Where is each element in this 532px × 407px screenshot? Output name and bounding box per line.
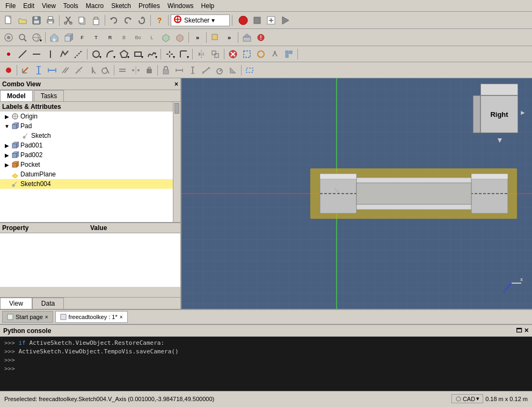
view-iso-button[interactable]	[159, 31, 172, 44]
view-3d-button[interactable]	[62, 31, 75, 44]
sketch-external-button[interactable]	[254, 48, 267, 61]
const-symmetric-button[interactable]	[129, 64, 142, 77]
sketch-poly-button[interactable]: ▾	[118, 48, 130, 61]
sketch-rect-button[interactable]: ▾	[132, 48, 144, 61]
view-iso2-button[interactable]	[173, 31, 186, 44]
workbench-dropdown[interactable]: Sketcher ▾	[171, 14, 230, 26]
const-vertical-button[interactable]	[32, 64, 45, 77]
edit-record-button[interactable]	[265, 14, 278, 27]
sketch-dline-button[interactable]	[72, 48, 85, 61]
sketch-create-button[interactable]	[282, 48, 295, 61]
const-equal-button[interactable]	[116, 64, 129, 77]
tab-data[interactable]: Data	[32, 298, 64, 309]
draw-style-button[interactable]	[209, 31, 222, 44]
sketch-fillet-button[interactable]: ▾	[177, 48, 190, 61]
sketch-mirror-button[interactable]	[195, 48, 208, 61]
tab-start-page-close[interactable]: ×	[45, 314, 48, 320]
view-right-button[interactable]: R	[104, 31, 116, 44]
list-item[interactable]: ▶ Sketch004	[0, 179, 180, 189]
tab-view[interactable]: View	[0, 298, 32, 309]
menu-file[interactable]: File	[2, 1, 19, 11]
sketch-hline-button[interactable]	[30, 48, 43, 61]
menu-edit[interactable]: Edit	[20, 1, 38, 11]
constrain-mode-button[interactable]	[2, 64, 15, 77]
list-item[interactable]: ▶ Pocket	[0, 160, 180, 169]
scrollbar-thumb[interactable]	[174, 103, 179, 114]
canvas-area[interactable]: ▲ Right ◄ ► ▼ z x	[181, 78, 532, 309]
tab-freecadtoolkey-close[interactable]: ×	[120, 314, 123, 320]
menu-tools[interactable]: Tools	[60, 1, 82, 11]
const-vert-dist-button[interactable]	[186, 64, 199, 77]
console-maximize-icon[interactable]: 🗖	[516, 327, 522, 334]
redo-button[interactable]	[121, 14, 134, 27]
save-file-button[interactable]	[30, 14, 43, 27]
cad-button[interactable]: CAD ▾	[451, 394, 483, 403]
list-item[interactable]: ▶ Sketch	[0, 131, 180, 140]
nav-cube-left-face[interactable]	[473, 95, 480, 133]
list-item[interactable]: ▶ Pad001	[0, 140, 180, 150]
sketch-delete-button[interactable]	[227, 48, 239, 61]
sketch-circle-button[interactable]: ▾	[90, 48, 103, 61]
view-mode-button[interactable]: ▾	[30, 31, 43, 44]
view-bottom-button[interactable]: Bo	[132, 31, 144, 44]
question-button[interactable]: ?	[153, 14, 166, 27]
red-stop-button[interactable]	[237, 14, 250, 27]
zoom-fit-button[interactable]	[16, 31, 29, 44]
sync-view-button[interactable]	[2, 31, 15, 44]
const-horizontal-button[interactable]	[46, 64, 59, 77]
const-coincident-button[interactable]	[19, 64, 32, 77]
menu-help[interactable]: Help	[198, 1, 218, 11]
tree-scrollbar[interactable]	[173, 102, 180, 222]
menu-sketch[interactable]: Sketch	[108, 1, 134, 11]
extra-button[interactable]: !	[254, 31, 267, 44]
sketch-construction-button[interactable]	[241, 48, 253, 61]
refresh-button[interactable]	[135, 14, 148, 27]
sketch-multiline-button[interactable]	[58, 48, 71, 61]
gray-stop-button[interactable]	[251, 14, 264, 27]
copy-button[interactable]	[76, 14, 89, 27]
nav-cube-right-face[interactable]: Right	[480, 95, 518, 133]
sketch-bspline-button[interactable]: ▾	[145, 48, 158, 61]
list-item[interactable]: ▼ Pad	[0, 121, 180, 131]
sketch-vline-button[interactable]	[44, 48, 57, 61]
undo-button[interactable]	[107, 14, 120, 27]
play-button[interactable]	[279, 14, 291, 27]
nav-cube-right-arrow[interactable]: ►	[519, 107, 527, 118]
menu-windows[interactable]: Windows	[164, 1, 197, 11]
sketch-clone-button[interactable]	[209, 48, 222, 61]
tab-freecadtoolkey[interactable]: freecadtoolkey : 1* ×	[55, 311, 128, 323]
const-angle-button[interactable]	[86, 64, 99, 77]
open-file-button[interactable]	[16, 14, 29, 27]
const-parallel-button[interactable]	[59, 64, 72, 77]
menu-macro[interactable]: Macro	[83, 1, 107, 11]
list-item[interactable]: ▶ Pad002	[0, 150, 180, 160]
sketch-arc-button[interactable]: ▾	[104, 48, 116, 61]
menu-profiles[interactable]: Profiles	[135, 1, 163, 11]
const-refmode-button[interactable]	[243, 64, 256, 77]
view-top-button[interactable]: T	[90, 31, 103, 44]
console-close-icon[interactable]: ✕	[524, 327, 529, 334]
view-more-button[interactable]: »	[191, 31, 204, 44]
menu-view[interactable]: View	[39, 1, 59, 11]
print-button[interactable]	[44, 14, 57, 27]
const-perpendicular-button[interactable]	[72, 64, 85, 77]
list-item[interactable]: ▶ Origin	[0, 112, 180, 121]
view-back-button[interactable]: B	[118, 31, 130, 44]
tab-tasks[interactable]: Tasks	[34, 90, 64, 101]
sketch-trim-button[interactable]: ▾	[163, 48, 176, 61]
tab-start-page[interactable]: Start page ×	[2, 311, 53, 323]
paste-button[interactable]	[90, 14, 103, 27]
sketch-point-button[interactable]	[2, 48, 15, 61]
view-front-button[interactable]: F	[76, 31, 89, 44]
list-item[interactable]: ▶ DatumPlane	[0, 169, 180, 179]
draw-more-button[interactable]: »	[223, 31, 236, 44]
nav-cube-down-arrow[interactable]: ▼	[494, 135, 505, 145]
const-block-button[interactable]	[143, 64, 156, 77]
const-horiz-dist-button[interactable]	[173, 64, 186, 77]
sketch-attach-button[interactable]	[268, 48, 281, 61]
combo-view-close[interactable]: ×	[174, 80, 178, 88]
cut-button[interactable]	[62, 14, 75, 27]
const-radius-button[interactable]	[213, 64, 226, 77]
view-left-button[interactable]: L	[145, 31, 158, 44]
new-file-button[interactable]	[2, 14, 15, 27]
